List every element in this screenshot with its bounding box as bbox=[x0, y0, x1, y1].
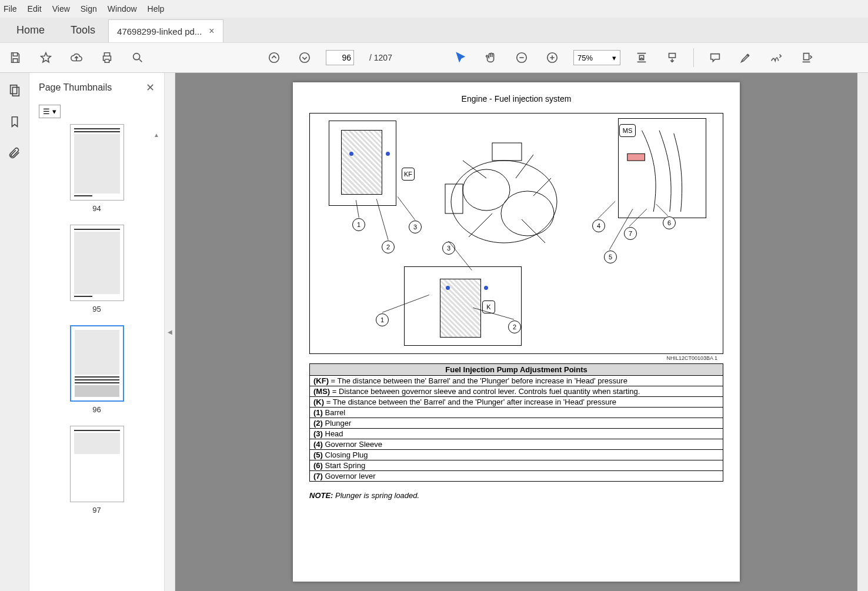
figure-callout-1: 1 bbox=[352, 218, 365, 231]
thumbnails-panel: Page Thumbnails ✕ ☰ ▾ ▲ 94 95 96 97 bbox=[29, 73, 165, 591]
figure-label-k: K bbox=[482, 300, 495, 313]
thumbnail-label: 94 bbox=[53, 204, 141, 213]
hand-tool-icon[interactable] bbox=[482, 48, 500, 67]
highlight-icon[interactable] bbox=[736, 48, 755, 67]
sign-icon[interactable] bbox=[767, 48, 786, 67]
figure-callout-3b: 3 bbox=[442, 242, 455, 255]
close-icon[interactable]: × bbox=[209, 26, 214, 36]
tab-home[interactable]: Home bbox=[4, 18, 58, 42]
technical-figure: KF 1 2 3 3 bbox=[309, 113, 723, 354]
cloud-upload-icon[interactable] bbox=[67, 48, 86, 67]
figure-callout-3: 3 bbox=[409, 221, 422, 233]
svg-rect-6 bbox=[10, 85, 16, 94]
tab-document-label: 47698299-linked pd... bbox=[117, 26, 202, 36]
menu-file[interactable]: File bbox=[4, 4, 17, 14]
figure-callout-5: 5 bbox=[604, 251, 617, 263]
figure-callout-4: 4 bbox=[592, 219, 605, 232]
side-rail bbox=[0, 73, 29, 591]
table-row: (KF) = The distance between the' Barrel'… bbox=[310, 376, 723, 386]
thumbnails-tab-icon[interactable] bbox=[8, 84, 21, 99]
collapse-handle[interactable]: ◀ bbox=[165, 73, 175, 591]
svg-rect-13 bbox=[627, 153, 645, 161]
pdf-page: Engine - Fuel injection system KF 1 2 3 bbox=[293, 82, 740, 582]
selection-tool-icon[interactable] bbox=[451, 48, 470, 67]
table-row: (MS) = Distance between governor sleeve … bbox=[310, 386, 723, 397]
table-row: (6) Start Spring bbox=[310, 460, 723, 471]
thumbnail-97[interactable]: 97 bbox=[53, 426, 141, 515]
menu-sign[interactable]: Sign bbox=[81, 4, 97, 14]
zoom-out-icon[interactable] bbox=[512, 48, 531, 67]
fit-width-icon[interactable] bbox=[632, 48, 651, 67]
note: NOTE: Plunger is spring loaded. bbox=[309, 491, 723, 500]
table-row: (4) Governor Sleeve bbox=[310, 439, 723, 450]
thumbnail-95[interactable]: 95 bbox=[53, 225, 141, 313]
thumbnails-title: Page Thumbnails bbox=[39, 82, 112, 93]
close-panel-icon[interactable]: ✕ bbox=[146, 81, 155, 94]
main: Page Thumbnails ✕ ☰ ▾ ▲ 94 95 96 97 bbox=[0, 73, 868, 591]
svg-rect-11 bbox=[492, 143, 522, 161]
print-icon[interactable] bbox=[98, 48, 116, 67]
figure-label-ms: MS bbox=[619, 124, 636, 137]
bookmarks-tab-icon[interactable] bbox=[8, 115, 21, 131]
thumbnail-label: 97 bbox=[53, 506, 141, 515]
table-row: (1) Barrel bbox=[310, 408, 723, 418]
page-total: / 1207 bbox=[369, 53, 392, 62]
tab-tools[interactable]: Tools bbox=[58, 18, 108, 42]
scroll-mode-icon[interactable] bbox=[663, 48, 682, 67]
tabs-row: Home Tools 47698299-linked pd... × bbox=[0, 18, 868, 42]
svg-rect-5 bbox=[669, 54, 675, 58]
figure-callout-2: 2 bbox=[382, 241, 395, 253]
zoom-select[interactable]: 75%▾ bbox=[573, 50, 620, 65]
table-row: (3) Head bbox=[310, 429, 723, 439]
menu-view[interactable]: View bbox=[52, 4, 70, 14]
page-number-input[interactable] bbox=[326, 50, 354, 65]
table-row: (K) = The distance between the' Barrel' … bbox=[310, 397, 723, 408]
section-title: Engine - Fuel injection system bbox=[309, 94, 723, 103]
page-down-icon[interactable] bbox=[295, 48, 314, 67]
table-row: (5) Closing Plug bbox=[310, 450, 723, 460]
table-title: Fuel Injection Pump Adjustment Points bbox=[310, 364, 723, 376]
table-row: (7) Governor lever bbox=[310, 471, 723, 482]
svg-rect-7 bbox=[12, 87, 19, 96]
thumbnail-label: 96 bbox=[53, 405, 141, 414]
star-icon[interactable] bbox=[36, 48, 55, 67]
page-up-icon[interactable] bbox=[265, 48, 283, 67]
thumbnails-options[interactable]: ☰ ▾ bbox=[39, 105, 61, 118]
comment-icon[interactable] bbox=[706, 48, 725, 67]
tab-document[interactable]: 47698299-linked pd... × bbox=[108, 19, 223, 42]
svg-point-0 bbox=[133, 54, 140, 60]
document-area[interactable]: Engine - Fuel injection system KF 1 2 3 bbox=[175, 73, 857, 591]
figure-callout-1b: 1 bbox=[376, 313, 389, 326]
figure-callout-6: 6 bbox=[663, 216, 676, 229]
menu-window[interactable]: Window bbox=[108, 4, 137, 14]
toolbar: / 1207 75%▾ bbox=[0, 42, 868, 73]
thumbnail-96[interactable]: 96 bbox=[53, 325, 141, 414]
attachments-tab-icon[interactable] bbox=[8, 147, 21, 162]
chevron-down-icon: ▾ bbox=[612, 54, 616, 62]
search-icon[interactable] bbox=[128, 48, 147, 67]
zoom-in-icon[interactable] bbox=[543, 48, 562, 67]
svg-point-2 bbox=[300, 53, 310, 63]
thumbnails-list[interactable]: 94 95 96 97 bbox=[29, 124, 164, 591]
stamp-icon[interactable] bbox=[797, 48, 816, 67]
thumbnail-label: 95 bbox=[53, 305, 141, 313]
figure-callout-7: 7 bbox=[624, 227, 637, 240]
menu-edit[interactable]: Edit bbox=[28, 4, 42, 14]
thumbnail-94[interactable]: 94 bbox=[53, 124, 141, 213]
figure-callout-2b: 2 bbox=[508, 320, 521, 333]
vertical-scrollbar[interactable] bbox=[857, 73, 868, 591]
figure-caption: NHIL12CT00103BA 1 bbox=[309, 355, 717, 361]
menubar: File Edit View Sign Window Help bbox=[0, 0, 868, 18]
svg-point-1 bbox=[269, 53, 279, 63]
figure-label-kf: KF bbox=[402, 168, 415, 181]
save-icon[interactable] bbox=[6, 48, 25, 67]
menu-help[interactable]: Help bbox=[148, 4, 165, 14]
svg-point-10 bbox=[501, 191, 554, 236]
adjustment-table: Fuel Injection Pump Adjustment Points (K… bbox=[309, 363, 723, 482]
table-row: (2) Plunger bbox=[310, 418, 723, 429]
svg-point-9 bbox=[463, 169, 510, 211]
